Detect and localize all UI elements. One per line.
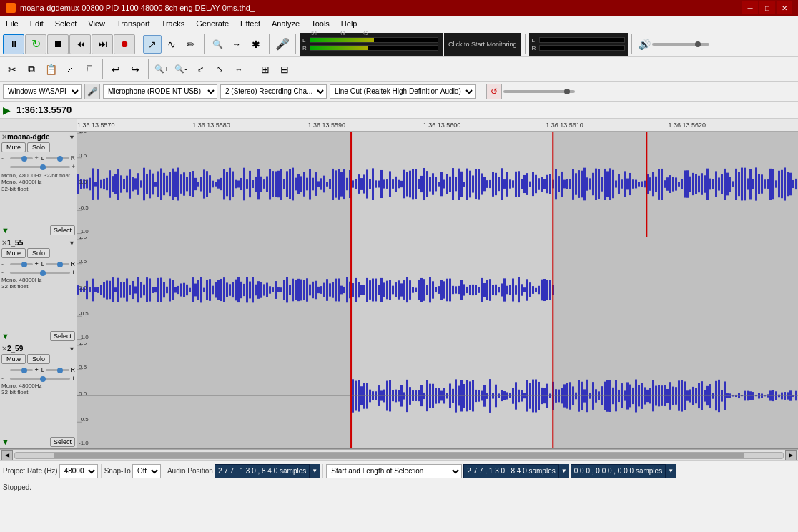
selection-length-dropdown[interactable]: ▼ [666, 464, 676, 478]
menu-analyze[interactable]: Analyze [266, 16, 305, 31]
gain-L-thumb[interactable] [21, 156, 27, 162]
maximize-button[interactable]: □ [759, 1, 775, 14]
extra2[interactable]: ⊟ [275, 60, 294, 79]
menu-view[interactable]: View [82, 16, 111, 31]
track-1-header: ✕ moana-dgde ▼ [1, 133, 75, 141]
track-2-mute[interactable]: Mute [1, 248, 26, 258]
menu-transport[interactable]: Transport [111, 16, 156, 31]
track-1-waveform[interactable] [77, 132, 798, 237]
mic-input-btn[interactable]: 🎤 [84, 84, 100, 99]
audio-position-dropdown[interactable]: ▼ [310, 464, 320, 478]
select-tool[interactable]: ↗ [143, 35, 162, 54]
t3-gain-L-thumb[interactable] [21, 368, 27, 373]
track-3-dropdown[interactable]: ▼ [69, 345, 75, 353]
draw-tool[interactable]: ✏ [182, 35, 200, 54]
selection-mode-select[interactable]: Start and Length of Selection [326, 464, 462, 478]
redo-button[interactable]: ↪ [126, 60, 144, 79]
zoom-fit-h[interactable]: ⤢ [191, 60, 210, 79]
menu-edit[interactable]: Edit [24, 16, 49, 31]
track-2-waveform[interactable] [77, 237, 798, 343]
level-meter-R: R [302, 45, 440, 51]
zoom-in-tool[interactable]: 🔍 [208, 35, 227, 54]
zoom-sel[interactable]: ↔ [230, 60, 248, 79]
track-3-waveform[interactable] [77, 343, 798, 448]
track-1-gain-L: - + L R [1, 154, 75, 162]
output-meter-R: R [532, 45, 625, 51]
track-1-dropdown[interactable]: ▼ [69, 134, 75, 141]
selection-start-dropdown[interactable]: ▼ [559, 464, 569, 478]
copy-button[interactable]: ⧉ [22, 60, 41, 79]
track-1-gain-R: - + [1, 163, 75, 170]
output-meter-L: L [532, 37, 625, 44]
track-3-mute[interactable]: Mute [1, 354, 26, 364]
api-select[interactable]: Windows WASAPI [3, 84, 82, 99]
loop-button[interactable]: ↻ [25, 34, 46, 54]
toolbar1: ⏸ ↻ ⏹ ⏮ ⏭ ⏺ ↗ ∿ ✏ 🔍 ↔ ✱ 🎤 L -54 -48 -42 [0, 31, 798, 57]
track-3-solo[interactable]: Solo [27, 354, 50, 364]
hscroll-right-btn[interactable]: ▶ [785, 450, 797, 460]
silence-button[interactable]: ⟌ [80, 60, 99, 79]
stop-button[interactable]: ⏹ [47, 34, 69, 54]
track-1-close[interactable]: ✕ [1, 133, 7, 141]
menu-select[interactable]: Select [49, 16, 83, 31]
trim-button[interactable]: ⟋ [61, 60, 79, 79]
snap-to-section: Snap-To Off [104, 464, 164, 478]
undo-button[interactable]: ↩ [107, 60, 125, 79]
track-2-solo[interactable]: Solo [27, 248, 50, 258]
menu-generate[interactable]: Generate [190, 16, 235, 31]
zoom-fit-tool[interactable]: ↔ [227, 35, 246, 54]
track-3-close[interactable]: ✕ [1, 345, 7, 353]
track-3-mute-icon: ▼ [1, 438, 9, 446]
track-2: ✕ 1_55 ▼ Mute Solo - + L [0, 237, 798, 343]
menu-file[interactable]: File [0, 16, 24, 31]
t2-gain-R-thumb[interactable] [40, 270, 46, 276]
zoom-out-button[interactable]: 🔍- [172, 60, 190, 79]
zoom-fit-v[interactable]: ⤡ [210, 60, 229, 79]
track-3-bottom: ▼ Select [1, 437, 75, 447]
minimize-button[interactable]: ─ [742, 1, 758, 14]
project-rate-select[interactable]: 48000 [59, 464, 98, 478]
close-button[interactable]: ✕ [777, 1, 792, 14]
record-button[interactable]: ⏺ [114, 34, 135, 54]
pb-volume-thumb[interactable] [564, 89, 570, 94]
hscroll-thumb[interactable] [54, 453, 745, 458]
hscroll-track[interactable] [14, 452, 784, 459]
ruler-tick-1: 1:36:13.5580 [192, 122, 230, 129]
cut-button[interactable]: ✂ [3, 60, 21, 79]
rec-monitor-btn[interactable]: ↺ [486, 84, 502, 99]
track-1-solo[interactable]: Solo [27, 142, 50, 152]
track-3-controls: ✕ 2_59 ▼ Mute Solo - + L [0, 343, 77, 448]
snap-to-select[interactable]: Off [132, 464, 161, 478]
track-1-mute[interactable]: Mute [1, 142, 26, 152]
paste-button[interactable]: 📋 [41, 60, 60, 79]
ruler[interactable]: 1:36:13.5570 1:36:13.5580 1:36:13.5590 1… [77, 119, 798, 132]
gain-R-thumb[interactable] [40, 164, 46, 170]
t2-gain-L-thumb[interactable] [21, 262, 27, 267]
track-2-close[interactable]: ✕ [1, 239, 7, 247]
monitor-button[interactable]: Click to Start Monitoring [444, 33, 521, 56]
track-2-dropdown[interactable]: ▼ [69, 240, 75, 247]
mic-select[interactable]: Microphone (RODE NT-USB) [103, 84, 217, 99]
menu-help[interactable]: Help [335, 16, 363, 31]
track-2-select[interactable]: Select [50, 331, 75, 341]
channels-select[interactable]: 2 (Stereo) Recording Cha... [220, 84, 327, 99]
pause-button[interactable]: ⏸ [3, 34, 24, 54]
play-indicator: ▶ [3, 104, 11, 116]
hscroll-left-btn[interactable]: ◀ [1, 450, 13, 460]
track-2-gain-L: - + L R [1, 260, 75, 267]
zoom-in-button[interactable]: 🔍+ [152, 60, 171, 79]
toolbar2: ✂ ⧉ 📋 ⟋ ⟌ ↩ ↪ 🔍+ 🔍- ⤢ ⤡ ↔ ⊞ ⊟ [0, 57, 798, 82]
mic-icon[interactable]: 🎤 [273, 35, 292, 54]
envelope-tool[interactable]: ∿ [162, 35, 181, 54]
rewind-button[interactable]: ⏮ [69, 34, 91, 54]
extra1[interactable]: ⊞ [256, 60, 275, 79]
track-3-select[interactable]: Select [50, 437, 75, 447]
output-select[interactable]: Line Out (Realtek High Definition Audio) [330, 84, 476, 99]
menu-effect[interactable]: Effect [235, 16, 266, 31]
track-1-select[interactable]: Select [50, 225, 75, 235]
multi-tool[interactable]: ✱ [247, 35, 265, 54]
t3-gain-R-thumb[interactable] [40, 376, 46, 382]
menu-tracks[interactable]: Tracks [156, 16, 191, 31]
ffwd-button[interactable]: ⏭ [92, 34, 113, 54]
menu-tools[interactable]: Tools [305, 16, 335, 31]
